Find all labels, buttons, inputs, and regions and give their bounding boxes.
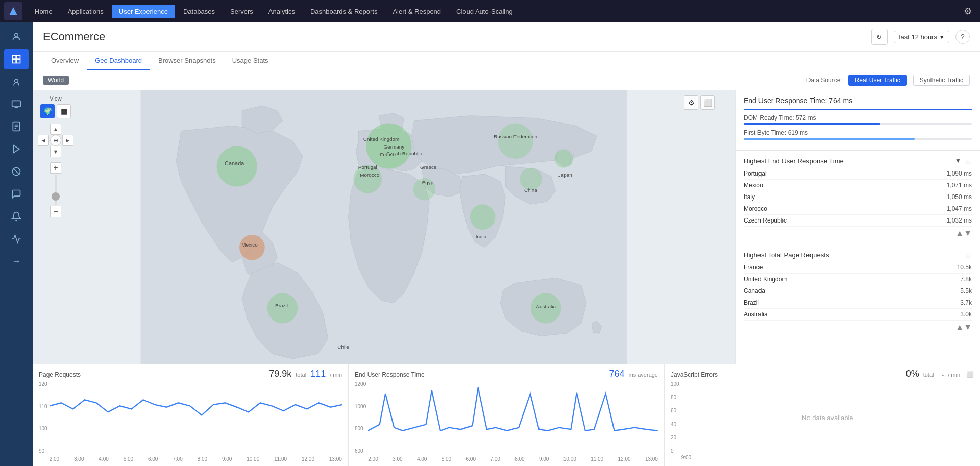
nav-user-experience[interactable]: User Experience (112, 5, 175, 18)
pan-center-button[interactable]: ⊕ (50, 135, 61, 146)
tab-usage-stats[interactable]: Usage Stats (224, 52, 277, 70)
highest-requests-rows: France 10.5k United Kingdom 7.8k Canada … (744, 262, 972, 321)
data-source-real-user[interactable]: Real User Traffic (848, 75, 907, 86)
zoom-controls: + − (50, 162, 61, 217)
time-range-select[interactable]: last 12 hours ▾ (894, 31, 949, 43)
svg-rect-4 (13, 60, 16, 63)
header-actions: ↻ last 12 hours ▾ ? (871, 29, 970, 45)
svg-line-14 (13, 168, 20, 175)
response-row-mexico: Mexico 1,071 ms (744, 180, 972, 191)
settings-icon[interactable]: ⚙ (960, 4, 976, 19)
nav-cloud[interactable]: Cloud Auto-Scaling (449, 5, 520, 18)
refresh-button[interactable]: ↻ (871, 29, 888, 45)
world-map[interactable]: Canada Mexico Brazil Chile United Kingdo… (33, 90, 735, 364)
svg-point-25 (555, 150, 573, 168)
page-requests-total: 79.9k (269, 369, 291, 379)
js-errors-no-data: No data available (681, 381, 974, 454)
time-range-label: last 12 hours (899, 33, 937, 41)
response-row-portugal: Portugal 1,090 ms (744, 168, 972, 180)
view-toggle: 🌍 ▦ (40, 104, 71, 118)
response-scroll-up[interactable]: ▲ (955, 229, 964, 238)
sidebar-item-report[interactable] (4, 116, 29, 137)
page-requests-y-axis: 12011010090 (39, 381, 50, 462)
sidebar-item-play[interactable] (4, 139, 29, 159)
response-time-title: End User Response Time: 764 ms (744, 96, 972, 105)
response-time-chart-title: End User Response Time (355, 371, 425, 378)
nav-applications[interactable]: Applications (61, 5, 111, 18)
map-settings-button[interactable]: ⚙ (684, 95, 698, 110)
requests-scroll-up[interactable]: ▲ (955, 323, 964, 332)
zoom-slider[interactable] (55, 175, 57, 205)
sidebar-item-dashboard[interactable] (4, 49, 29, 69)
pan-right-button[interactable]: ► (62, 135, 74, 146)
pan-left-button[interactable]: ◄ (38, 135, 49, 146)
nav-alert[interactable]: Alert & Respond (385, 5, 448, 18)
highest-response-rows: Portugal 1,090 ms Mexico 1,071 ms Italy … (744, 168, 972, 227)
page-requests-title: Page Requests (39, 371, 81, 378)
requests-table-icon[interactable]: ▦ (965, 251, 972, 259)
zoom-thumb[interactable] (52, 192, 60, 201)
nav-analytics[interactable]: Analytics (261, 5, 302, 18)
first-byte-metric: First Byte Time: 619 ms (744, 129, 972, 140)
js-errors-total-unit: total (923, 372, 934, 378)
js-errors-plot: No data available 9:00 (681, 381, 974, 462)
sidebar-item-chat[interactable] (4, 184, 29, 204)
sidebar-item-user[interactable] (4, 27, 29, 47)
zoom-out-button[interactable]: − (50, 206, 61, 217)
js-errors-rate-label: / min (948, 372, 960, 378)
sort-chevron-icon[interactable]: ▼ (955, 157, 961, 164)
sidebar-item-bell[interactable] (4, 206, 29, 227)
requests-scroll-controls: ▲ ▼ (744, 323, 972, 332)
highest-response-title: Highest End User Response Time (744, 157, 952, 165)
page-requests-rate-unit: / min (330, 372, 342, 378)
nav-servers[interactable]: Servers (223, 5, 260, 18)
response-time-header: End User Response Time 764 ms average (355, 369, 658, 379)
data-source-synthetic[interactable]: Synthetic Traffic (913, 75, 970, 86)
page-requests-rate: 111 (310, 369, 326, 379)
nav-databases[interactable]: Databases (176, 5, 222, 18)
zoom-in-button[interactable]: + (50, 162, 61, 174)
tab-overview[interactable]: Overview (43, 52, 87, 70)
tab-browser-snapshots[interactable]: Browser Snapshots (150, 52, 224, 70)
nav-home[interactable]: Home (28, 5, 60, 18)
map-container[interactable]: View 🌍 ▦ ▲ ◄ ⊕ ► (33, 90, 735, 364)
js-errors-title: JavaScript Errors (671, 371, 718, 378)
response-row-italy: Italy 1,050 ms (744, 191, 972, 203)
page-requests-plot: 2:003:004:005:006:007:008:009:0010:0011:… (50, 381, 342, 462)
sidebar-item-chart[interactable] (4, 229, 29, 249)
js-errors-x-labels: 9:00 (681, 454, 974, 460)
map-section: View 🌍 ▦ ▲ ◄ ⊕ ► (33, 90, 980, 364)
js-errors-expand[interactable]: ⬜ (966, 371, 974, 378)
table-view-button[interactable]: ▦ (57, 104, 71, 118)
page-requests-header: Page Requests 79.9k total 111 / min (39, 369, 342, 379)
map-view-button[interactable]: 🌍 (40, 104, 55, 118)
pan-up-button[interactable]: ▲ (50, 124, 61, 135)
svg-point-22 (470, 204, 496, 230)
response-scroll-down[interactable]: ▼ (964, 229, 972, 238)
sidebar-item-person[interactable] (4, 71, 29, 92)
response-time-plot: 2:003:004:005:006:007:008:009:0010:0011:… (368, 381, 658, 462)
pan-down-button[interactable]: ▼ (50, 146, 61, 157)
page-requests-chart: Page Requests 79.9k total 111 / min 1201… (33, 364, 349, 466)
requests-scroll-down[interactable]: ▼ (964, 323, 972, 332)
svg-text:India: India (476, 234, 487, 239)
svg-text:Australia: Australia (536, 304, 556, 309)
first-byte-fill (744, 138, 915, 140)
table-view-icon[interactable]: ▦ (965, 157, 972, 165)
dom-ready-metric: DOM Ready Time: 572 ms (744, 114, 972, 125)
tab-geo-dashboard[interactable]: Geo Dashboard (87, 52, 150, 70)
nav-dashboards[interactable]: Dashboards & Reports (303, 5, 385, 18)
map-expand-button[interactable]: ⬜ (700, 95, 715, 110)
sidebar-item-arrow[interactable]: → (4, 251, 29, 272)
js-errors-y-axis: 100806040200 (671, 381, 681, 462)
map-toolbar: World Data Source: Real User Traffic Syn… (33, 70, 980, 90)
dom-ready-track (744, 123, 972, 125)
help-button[interactable]: ? (955, 30, 970, 44)
svg-rect-5 (17, 60, 20, 63)
sidebar-item-block[interactable] (4, 161, 29, 182)
first-byte-label: First Byte Time: 619 ms (744, 129, 972, 136)
content-area: World Data Source: Real User Traffic Syn… (33, 70, 980, 466)
svg-text:Germany: Germany (383, 144, 404, 150)
sidebar-item-monitor[interactable] (4, 94, 29, 114)
svg-text:Greece: Greece (420, 164, 437, 170)
